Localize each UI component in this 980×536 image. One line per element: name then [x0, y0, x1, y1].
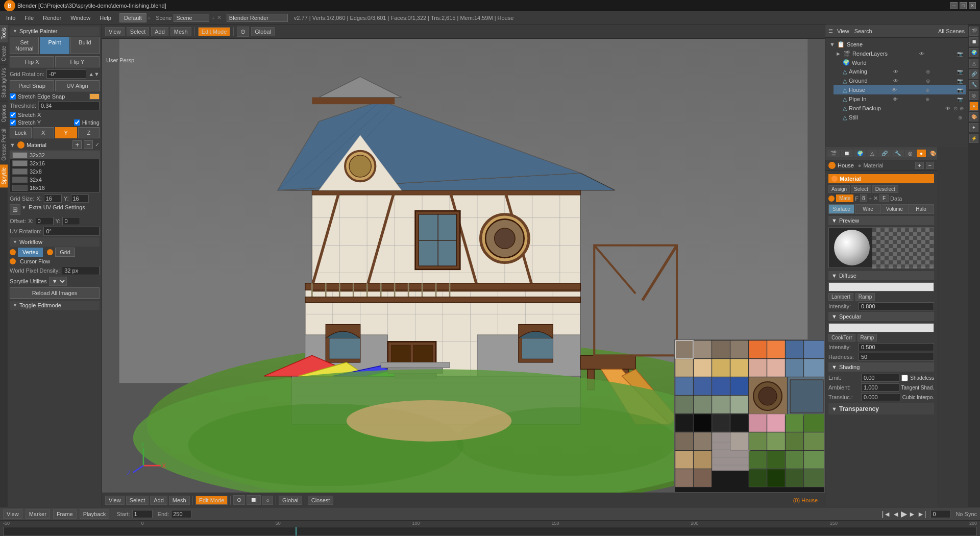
pipe-cursor-icon[interactable]: ⊕ — [924, 95, 931, 103]
offset-y-input[interactable] — [62, 217, 80, 225]
menu-help[interactable]: Help — [95, 14, 115, 22]
tl-end-input[interactable] — [171, 510, 191, 518]
ts-global-btn[interactable]: Global — [279, 496, 302, 505]
menu-file[interactable]: File — [20, 14, 38, 22]
props-tab-modifiers[interactable]: 🔧 — [892, 150, 904, 157]
mat-item-32x16[interactable]: 32x16 — [10, 159, 99, 167]
spec-ramp-btn[interactable]: Ramp — [857, 334, 877, 342]
build-button[interactable]: Build — [70, 37, 100, 54]
props-tab-scene[interactable]: 🔲 — [841, 150, 853, 157]
props-tab-texture[interactable]: 🎨 — [927, 150, 937, 157]
tab-grease-pencil[interactable]: Grease Pencil — [0, 126, 8, 164]
ts-mode-btn[interactable]: Edit Mode — [195, 496, 228, 505]
ts-icon-1[interactable]: ⊙ — [233, 495, 245, 505]
awning-cursor-icon[interactable]: ⊕ — [924, 68, 932, 75]
menu-info[interactable]: Info — [2, 14, 19, 22]
outliner-view-btn[interactable]: View — [837, 28, 849, 34]
tl-prev-frame-btn[interactable]: ◄ — [892, 510, 899, 518]
specular-color-field[interactable] — [828, 323, 934, 332]
ts-select-btn[interactable]: Select — [126, 496, 149, 505]
vp-view-menu[interactable]: View — [105, 27, 125, 36]
ground-eye-icon[interactable]: 👁 — [892, 77, 899, 84]
outliner-all-scenes-btn[interactable]: All Scenes — [938, 28, 965, 34]
workspace-default[interactable]: Default — [119, 13, 146, 22]
vp-add-menu[interactable]: Add — [151, 27, 168, 36]
assign-button[interactable]: Assign — [828, 185, 850, 193]
renderlayers-render-icon[interactable]: 📷 — [957, 50, 964, 57]
diffuse-color-field[interactable] — [828, 282, 934, 291]
spec-intensity-input[interactable] — [859, 343, 934, 351]
tab-shading-uvs[interactable]: Shading/UVs — [0, 65, 8, 101]
vp-pivot-button[interactable]: ⊙ — [237, 27, 249, 37]
deselect-button[interactable]: Deselect — [872, 185, 898, 193]
ts-mesh-btn[interactable]: Mesh — [169, 496, 190, 505]
pixel-snap-button[interactable]: Pixel Snap — [10, 80, 54, 91]
grid-icon-button[interactable]: ⊞ — [10, 204, 20, 215]
flip-y-button[interactable]: Flip Y — [55, 56, 100, 67]
mat-item-32x8[interactable]: 32x8 — [10, 167, 99, 176]
world-pixel-density-input[interactable] — [62, 266, 100, 275]
pi-material-btn[interactable]: ● — [969, 102, 978, 111]
props-tab-constraints[interactable]: 🔗 — [878, 150, 891, 157]
select-button[interactable]: Select — [851, 185, 871, 193]
props-tab-object[interactable]: △ — [867, 150, 877, 157]
transluc-input[interactable] — [861, 393, 900, 401]
diffuse-method-btn[interactable]: Lambert — [828, 293, 853, 301]
sprytile-panel-header[interactable]: ▼ Sprytile Painter — [10, 27, 100, 36]
house-cursor-icon[interactable]: ⊕ — [924, 86, 931, 93]
reload-all-images-button[interactable]: Reload All Images — [10, 287, 100, 299]
lock-button[interactable]: Lock — [10, 127, 32, 138]
flip-x-button[interactable]: Flip X — [10, 56, 54, 67]
awning-render-icon[interactable]: 📷 — [957, 68, 964, 75]
shader-wire-tab[interactable]: Wire — [855, 204, 881, 214]
outliner-search-btn[interactable]: Search — [854, 28, 872, 34]
material-remove-button[interactable]: − — [84, 140, 93, 149]
maximize-button[interactable]: □ — [960, 2, 967, 9]
ts-icon-2[interactable]: 🔲 — [247, 495, 261, 505]
tl-current-frame-input[interactable] — [930, 510, 951, 518]
diffuse-ramp-btn[interactable]: Ramp — [855, 293, 875, 301]
workflow-header[interactable]: ▼ Workflow — [10, 237, 100, 247]
grid-rotation-input[interactable] — [46, 69, 86, 79]
props-tab-world[interactable]: 🌍 — [854, 150, 866, 157]
menu-window[interactable]: Window — [66, 14, 94, 22]
props-tab-data[interactable]: ◎ — [905, 150, 916, 157]
pi-scene-btn[interactable]: 🔲 — [969, 37, 978, 46]
sprytile-utilities-select[interactable]: ▼ — [49, 277, 67, 286]
stretch-x-checkbox[interactable] — [10, 112, 16, 118]
diffuse-intensity-input[interactable] — [859, 302, 934, 310]
pipe-eye-icon[interactable]: 👁 — [892, 95, 899, 103]
outliner-renderlayers[interactable]: ► 🎬 RenderLayers 👁 📷 — [834, 49, 966, 58]
tl-start-input[interactable] — [132, 510, 153, 518]
tl-next-frame-btn[interactable]: ► — [909, 510, 916, 518]
emit-input[interactable] — [861, 374, 899, 382]
ts-closest-btn[interactable]: Closest — [308, 496, 334, 505]
vp-select-menu[interactable]: Select — [127, 27, 150, 36]
mat-item-32x4[interactable]: 32x4 — [10, 176, 99, 184]
awning-eye-icon[interactable]: 👁 — [892, 68, 899, 75]
spec-method-btn[interactable]: CookTorr — [828, 334, 855, 342]
tab-options[interactable]: Options — [0, 102, 8, 125]
outliner-world[interactable]: 🌍 World — [834, 58, 966, 67]
menu-render[interactable]: Render — [39, 14, 65, 22]
grid-size-x-input[interactable] — [44, 194, 62, 203]
tab-sprytile[interactable]: Sprytile — [0, 164, 8, 187]
mat-item-32x32[interactable]: 32x32 — [10, 151, 99, 159]
stretch-edge-snap-checkbox[interactable] — [10, 93, 16, 100]
y-axis-button[interactable]: Y — [55, 127, 77, 138]
shadeless-checkbox[interactable] — [901, 375, 908, 381]
scene-select[interactable] — [174, 14, 209, 22]
vp-mesh-menu[interactable]: Mesh — [170, 27, 191, 36]
pi-texture-btn[interactable]: 🎨 — [969, 112, 978, 121]
minimize-button[interactable]: ─ — [950, 2, 958, 9]
material-f-btn[interactable]: 8 — [860, 194, 867, 202]
shading-section-header[interactable]: ▼ Shading — [828, 362, 934, 372]
z-axis-button[interactable]: Z — [78, 127, 100, 138]
house-render-icon[interactable]: 📷 — [957, 86, 964, 93]
shader-surface-tab[interactable]: Surface — [828, 204, 854, 214]
mat-item-16x16[interactable]: 16x16 — [10, 184, 99, 192]
pi-particles-btn[interactable]: ✦ — [969, 123, 978, 132]
ts-view-btn[interactable]: View — [105, 496, 125, 505]
tl-frame-btn[interactable]: Frame — [53, 509, 77, 519]
mate-button[interactable]: Mate — [836, 194, 853, 202]
